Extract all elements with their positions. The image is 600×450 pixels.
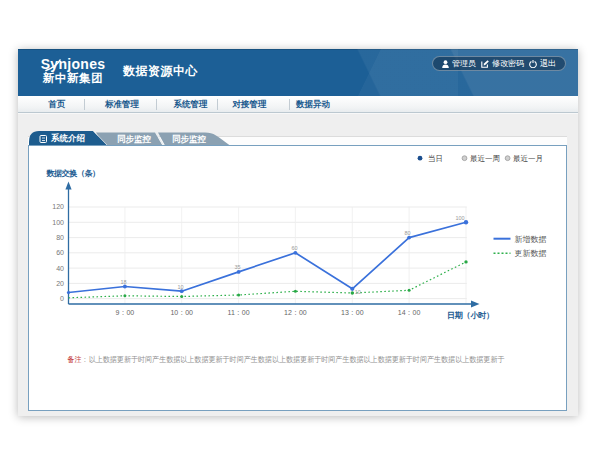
svg-text:20: 20 xyxy=(56,280,64,287)
svg-text:备注：以上数据更新于时间产生数据以上数据更新于时间产生数据以: 备注：以上数据更新于时间产生数据以上数据更新于时间产生数据以上数据更新于时间产生… xyxy=(68,355,505,364)
svg-text:35: 35 xyxy=(235,264,241,270)
svg-text:0: 0 xyxy=(60,295,64,302)
svg-text:120: 120 xyxy=(52,203,64,210)
svg-text:最近一月: 最近一月 xyxy=(513,154,543,163)
svg-text:12：00: 12：00 xyxy=(284,309,307,316)
svg-text:10：00: 10：00 xyxy=(170,309,193,316)
svg-text:同步监控: 同步监控 xyxy=(117,134,152,144)
svg-text:80: 80 xyxy=(405,230,411,236)
svg-text:18: 18 xyxy=(121,279,127,285)
svg-text:40: 40 xyxy=(56,265,64,272)
svg-text:系统介绍: 系统介绍 xyxy=(50,133,86,143)
svg-text:14：00: 14：00 xyxy=(398,309,421,316)
svg-text:100: 100 xyxy=(456,215,465,221)
svg-text:10: 10 xyxy=(178,284,184,290)
svg-text:日期（小时）: 日期（小时） xyxy=(447,311,494,320)
svg-text:13：00: 13：00 xyxy=(341,309,364,316)
svg-text:10: 10 xyxy=(355,289,361,295)
svg-text:最近一周: 最近一周 xyxy=(470,154,500,163)
svg-text:数据交换（条）: 数据交换（条） xyxy=(46,169,100,178)
svg-text:同步监控: 同步监控 xyxy=(172,134,207,144)
svg-text:9：00: 9：00 xyxy=(116,309,135,316)
svg-text:当日: 当日 xyxy=(428,154,443,163)
svg-text:60: 60 xyxy=(56,249,64,256)
svg-text:100: 100 xyxy=(52,219,64,226)
svg-text:更新数据: 更新数据 xyxy=(515,249,547,258)
svg-text:80: 80 xyxy=(56,234,64,241)
svg-text:60: 60 xyxy=(292,245,298,251)
svg-text:11：00: 11：00 xyxy=(228,309,250,316)
svg-text:新增数据: 新增数据 xyxy=(515,235,547,244)
